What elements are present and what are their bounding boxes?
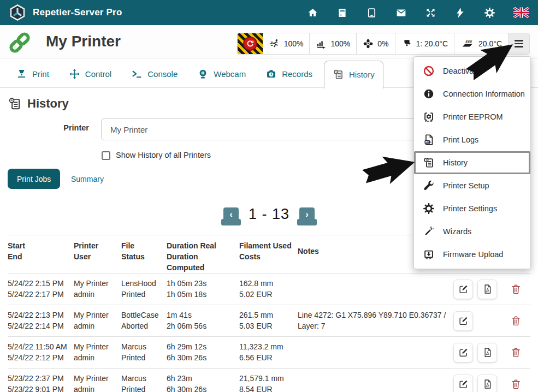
tablet-icon[interactable] <box>366 7 377 19</box>
info-icon <box>423 88 435 100</box>
gear-icon[interactable] <box>484 7 495 19</box>
bolt-icon[interactable] <box>454 7 466 19</box>
page-range: 1 - 13 <box>249 206 289 223</box>
menu-item-printer-eeprom[interactable]: Printer EEPROM <box>414 105 530 128</box>
expand-icon[interactable] <box>425 7 436 19</box>
pdf-file-icon <box>482 379 493 389</box>
delete-entry-icon[interactable] <box>510 378 522 390</box>
connected-link-icon[interactable] <box>8 31 32 55</box>
menu-item-printer-setup[interactable]: Printer Setup <box>414 174 530 197</box>
extruder-icon <box>401 38 412 49</box>
emergency-stop-button[interactable] <box>238 33 263 54</box>
flow-multiplier-icon <box>316 38 327 49</box>
history-icon <box>8 97 22 111</box>
annotation-arrow-to-history-item <box>358 146 421 192</box>
menu-item-history[interactable]: History <box>414 151 530 174</box>
next-page-button[interactable]: › <box>299 207 315 221</box>
control-tab-icon <box>69 68 80 80</box>
magic-wand-icon <box>423 225 435 237</box>
prev-page-button[interactable]: ‹ <box>223 207 239 221</box>
menu-item-wizards[interactable]: Wizards <box>414 220 530 243</box>
table-row: 5/24/22 11:50 AM5/24/22 2:12 PM My Print… <box>8 337 530 369</box>
printer-select-label: Printer <box>0 123 89 132</box>
status-flow[interactable]: 100% <box>309 33 356 54</box>
menu-item-printer-settings[interactable]: Printer Settings <box>414 197 530 220</box>
records-tab-icon <box>265 68 277 80</box>
ban-icon <box>423 65 435 77</box>
repetier-server-app: Repetier-Server Pro My Printer <box>0 0 538 392</box>
chevron-right-icon: › <box>305 210 309 219</box>
heated-bed-icon <box>460 38 475 49</box>
printer-icon[interactable] <box>336 7 348 19</box>
top-navbar: Repetier-Server Pro <box>0 0 538 25</box>
log-file-icon <box>423 134 435 146</box>
tab-console[interactable]: Console <box>123 61 186 87</box>
history-icon <box>423 157 435 169</box>
firmware-chip-icon <box>423 248 435 260</box>
menu-item-print-logs[interactable]: Print Logs <box>414 128 530 151</box>
edit-notes-button[interactable] <box>453 375 473 392</box>
tab-control[interactable]: Control <box>61 61 120 87</box>
pdf-file-icon <box>482 284 493 294</box>
table-row: 5/24/22 2:13 PM5/24/22 2:14 PM My Printe… <box>8 305 530 337</box>
edit-notes-button[interactable] <box>453 280 473 299</box>
status-speed[interactable]: 100% <box>263 33 310 54</box>
printer-title: My Printer <box>46 33 121 50</box>
table-row: 5/23/22 2:37 PM5/23/22 9:01 PM My Printe… <box>8 369 530 392</box>
status-extruder-temp[interactable]: 1: 20.0°C <box>395 33 454 54</box>
history-heading: History <box>8 97 69 111</box>
emergency-stop-icon <box>243 37 257 51</box>
wrench-icon <box>423 180 435 192</box>
history-tab-icon <box>333 69 344 80</box>
tab-print[interactable]: Print <box>8 61 57 87</box>
status-fan[interactable]: 0% <box>356 33 394 54</box>
delete-entry-icon[interactable] <box>510 347 522 358</box>
edit-icon <box>458 347 469 358</box>
speed-multiplier-icon <box>269 38 280 49</box>
edit-icon <box>458 379 469 389</box>
webcam-tab-icon <box>197 68 209 80</box>
pdf-report-button[interactable] <box>477 280 497 299</box>
pdf-file-icon <box>482 347 493 358</box>
mail-icon[interactable] <box>395 7 407 19</box>
print-jobs-button[interactable]: Print Jobs <box>8 169 60 189</box>
menu-item-connection-information[interactable]: Connection Information <box>414 82 530 105</box>
eeprom-chip-icon <box>423 111 435 123</box>
chevron-left-icon: ‹ <box>229 210 233 219</box>
edit-notes-button[interactable] <box>453 311 473 331</box>
gear-icon <box>423 203 435 215</box>
printer-dropdown-menu: Deactivate Connection Information Printe… <box>413 56 531 269</box>
edit-icon <box>458 316 469 326</box>
tab-webcam[interactable]: Webcam <box>189 61 254 87</box>
home-icon[interactable] <box>307 7 318 19</box>
delete-entry-icon[interactable] <box>510 283 522 295</box>
table-row: 5/24/22 2:15 PM5/24/22 2:17 PM My Printe… <box>8 274 530 305</box>
pdf-report-button[interactable] <box>477 343 497 363</box>
printer-select[interactable]: My Printer <box>101 118 467 140</box>
app-logo-icon <box>9 4 26 21</box>
app-title: Repetier-Server Pro <box>33 7 122 18</box>
show-all-printers-label: Show History of all Printers <box>116 151 211 159</box>
show-all-printers-checkbox[interactable] <box>102 151 110 160</box>
pdf-report-button[interactable] <box>477 375 497 392</box>
edit-icon <box>458 284 469 294</box>
menu-item-firmware-upload[interactable]: Firmware Upload <box>414 243 530 266</box>
edit-notes-button[interactable] <box>453 343 473 363</box>
delete-entry-icon[interactable] <box>510 315 522 326</box>
fan-icon <box>363 38 374 49</box>
summary-button[interactable]: Summary <box>67 169 108 189</box>
print-tab-icon <box>16 68 27 80</box>
tab-records[interactable]: Records <box>257 61 321 87</box>
page-title: History <box>27 97 69 111</box>
console-tab-icon <box>131 68 143 80</box>
tab-history[interactable]: History <box>324 61 383 89</box>
language-flag-uk[interactable] <box>513 7 529 18</box>
